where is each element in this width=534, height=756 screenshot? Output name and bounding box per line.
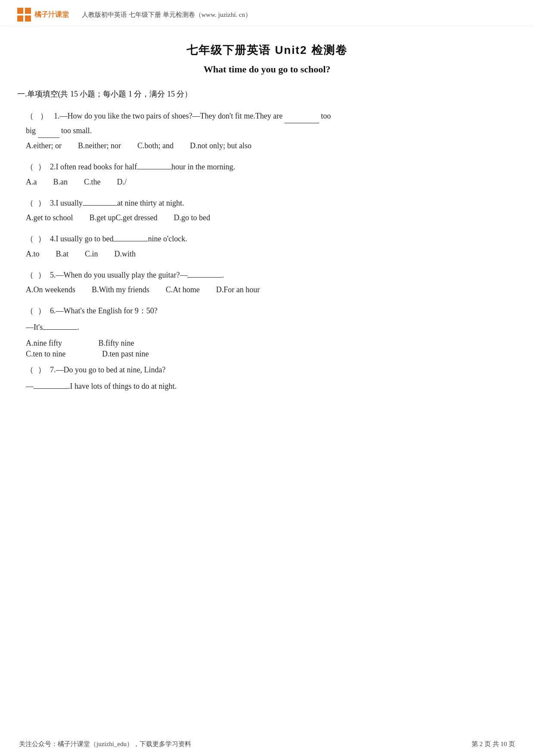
q7-line: （ ） 7.—Do you go to bed at nine, Linda? (26, 363, 508, 377)
question-2: （ ） 2.I often read books for half hour i… (26, 160, 508, 186)
question-1: （ ） 1.—How do you like the two pairs of … (26, 109, 508, 150)
q4-blank (113, 232, 148, 242)
q6-opt-d: D.ten past nine (102, 350, 149, 358)
q5-options: A.On weekends B.With my friends C.At hom… (26, 285, 508, 294)
q4-text2: nine o'clock. (148, 232, 187, 246)
q1-text: 1.—How do you like the two pairs of shoe… (54, 112, 285, 120)
question-6: （ ） 6.—What's the English for 9：50? —It'… (26, 304, 508, 359)
q3-opt-a: A.get to school (26, 213, 73, 222)
q4-opt-c: C.in (85, 250, 98, 259)
q5-opt-b: B.With my friends (92, 285, 149, 294)
q2-opt-c: C.the (84, 178, 101, 187)
q2-opt-d: D./ (117, 178, 127, 187)
main-title-block: 七年级下册英语 Unit2 检测卷 (0, 43, 534, 58)
q7-text: 7.—Do you go to bed at nine, Linda? (50, 363, 165, 377)
q1-opt-a: A.either; or (26, 141, 62, 150)
q4-line: （ ） 4.I usually go to bed nine o'clock. (26, 232, 508, 246)
q5-paren-close: ） (38, 268, 50, 282)
q3-blank (83, 196, 117, 206)
q5-opt-a: A.On weekends (26, 285, 75, 294)
q4-opt-a: A.to (26, 250, 40, 259)
q6-answer-line: —It's . (26, 320, 508, 334)
q2-line: （ ） 2.I often read books for half hour i… (26, 160, 508, 174)
logo-text: 橘子汁课堂 (34, 10, 69, 19)
q6-opt-b: B.fifty nine (98, 339, 134, 347)
svg-rect-1 (25, 8, 31, 14)
svg-rect-0 (17, 8, 23, 14)
q3-line: （ ） 3.I usually at nine thirty at night. (26, 196, 508, 210)
questions-content: （ ） 1.—How do you like the two pairs of … (0, 109, 534, 394)
q2-paren-close: ） (38, 160, 50, 174)
question-4: （ ） 4.I usually go to bed nine o'clock. … (26, 232, 508, 258)
q1-paren-close: ） (40, 109, 52, 123)
main-title: 七年级下册英语 Unit2 检测卷 (0, 43, 534, 58)
q2-options: A.a B.an C.the D./ (26, 178, 508, 187)
q1-blank1 (285, 114, 319, 124)
q4-paren-open: （ (26, 232, 38, 246)
logo-box: 橘子汁课堂 (17, 8, 69, 22)
q1-text-wrap: （ ） 1.—How do you like the two pairs of … (26, 109, 508, 138)
q6-options-row1: A.nine fifty B.fifty nine (26, 339, 508, 348)
q6-text: 6.—What's the English for 9：50? (50, 304, 158, 318)
logo-icon (17, 8, 31, 22)
q4-opt-d: D.with (115, 250, 136, 259)
q4-paren-close: ） (38, 232, 50, 246)
section1-header: 一.单项填空(共 15 小题；每小题 1 分，满分 15 分） (17, 89, 517, 99)
q2-text: 2.I often read books for half (50, 160, 137, 174)
q4-options: A.to B.at C.in D.with (26, 250, 508, 259)
q1-text-too: too (321, 112, 331, 120)
q2-blank (137, 160, 171, 170)
q2-opt-b: B.an (53, 178, 68, 187)
q5-opt-d: D.For an hour (216, 285, 260, 294)
page-footer: 关注公众号：橘子汁课堂（juzizhi_edu），下载更多学习资料 第 2 页 … (0, 740, 534, 748)
q6-paren-open: （ (26, 304, 38, 318)
footer-left: 关注公众号：橘子汁课堂（juzizhi_edu），下载更多学习资料 (19, 740, 191, 748)
q3-opt-d: D.go to bed (174, 213, 210, 222)
q5-text: 5.—When do you usually play the guitar?— (50, 268, 187, 282)
q6-paren-close: ） (38, 304, 50, 318)
question-3: （ ） 3.I usually at nine thirty at night.… (26, 196, 508, 222)
question-7: （ ） 7.—Do you go to bed at nine, Linda? … (26, 363, 508, 394)
q6-dash: —It's (26, 320, 43, 334)
q5-line: （ ） 5.—When do you usually play the guit… (26, 268, 508, 282)
footer-right: 第 2 页 共 10 页 (472, 740, 515, 748)
q5-text2: . (222, 268, 224, 282)
section1-label: 一.单项填空(共 15 小题；每小题 1 分，满分 15 分） (17, 90, 192, 98)
q1-options: A.either; or B.neither; nor C.both; and … (26, 141, 508, 150)
q6-opt-c: C.ten to nine (26, 350, 66, 358)
q5-opt-c: C.At home (166, 285, 200, 294)
q3-text2: at nine thirty at night. (117, 196, 184, 210)
q1-opt-b: B.neither; nor (78, 141, 121, 150)
q5-paren-open: （ (26, 268, 38, 282)
q5-blank (187, 268, 222, 278)
q7-paren-open: （ (26, 363, 38, 377)
q3-opt-b: B.get upC.get dressed (90, 213, 158, 222)
q3-paren-close: ） (38, 196, 50, 210)
q2-opt-a: A.a (26, 178, 37, 187)
sub-title: What time do you go to school? (0, 64, 534, 75)
q1-paren-open: （ (26, 109, 38, 123)
q7-blank (34, 380, 68, 389)
q3-text: 3.I usually (50, 196, 83, 210)
q4-text: 4.I usually go to bed (50, 232, 113, 246)
q2-text2: hour in the morning. (171, 160, 235, 174)
q6-blank (43, 321, 77, 330)
page-header: 橘子汁课堂 人教版初中英语 七年级下册 单元检测卷（www. juzizhi. … (0, 0, 534, 26)
q3-paren-open: （ (26, 196, 38, 210)
svg-rect-3 (25, 16, 31, 22)
q1-text-big: big (26, 126, 38, 135)
sub-title-block: What time do you go to school? (0, 64, 534, 75)
question-5: （ ） 5.—When do you usually play the guit… (26, 268, 508, 294)
q6-opt-a: A.nine fifty (26, 339, 62, 347)
q7-text2: .I have lots of things to do at night. (68, 379, 177, 393)
q1-opt-c: C.both; and (137, 141, 174, 150)
q2-paren-open: （ (26, 160, 38, 174)
q6-period: . (77, 320, 79, 334)
q1-text-small: too small. (61, 126, 92, 135)
q1-blank2 (38, 129, 59, 138)
q3-options: A.get to school B.get upC.get dressed D.… (26, 213, 508, 222)
svg-rect-2 (17, 16, 23, 22)
q6-line: （ ） 6.—What's the English for 9：50? (26, 304, 508, 318)
header-subtitle: 人教版初中英语 七年级下册 单元检测卷（www. juzizhi. cn） (82, 11, 251, 19)
q7-paren-close: ） (38, 363, 50, 377)
